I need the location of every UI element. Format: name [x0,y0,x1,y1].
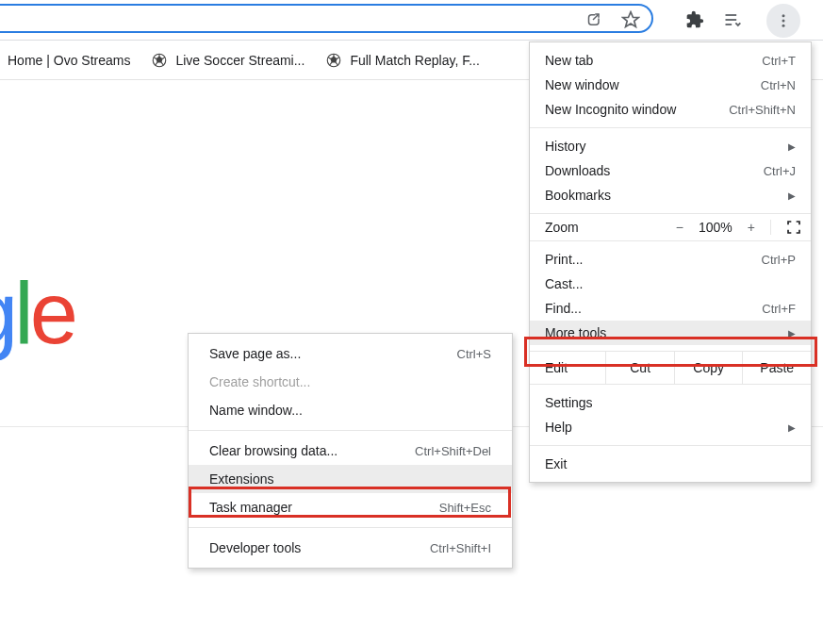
menu-more-tools[interactable]: More tools ▶ [530,321,811,345]
kebab-menu-button[interactable] [766,4,800,38]
bookmark-item[interactable]: Live Soccer Streami... [151,52,305,69]
cut-button[interactable]: Cut [605,352,674,384]
menu-bookmarks[interactable]: Bookmarks ▶ [530,183,811,207]
menu-label: Clear browsing data... [209,443,415,458]
menu-exit[interactable]: Exit [530,452,811,476]
menu-shortcut: Ctrl+Shift+I [430,541,491,555]
bookmark-item[interactable]: Full Match Replay, F... [325,52,479,69]
zoom-out-button[interactable]: − [676,220,683,235]
menu-shortcut: Ctrl+S [457,347,491,361]
menu-label: New tab [545,53,762,68]
menu-print[interactable]: Print... Ctrl+P [530,247,811,272]
menu-zoom-row: Zoom − 100% + [530,214,811,241]
bookmark-label: Live Soccer Streami... [175,53,305,68]
svg-marker-10 [331,57,337,62]
menu-cast[interactable]: Cast... [530,272,811,296]
menu-label: Exit [545,456,796,471]
chevron-right-icon: ▶ [788,141,796,152]
menu-shortcut: Ctrl+J [764,164,796,178]
bookmark-star-icon[interactable] [617,7,644,33]
submenu-save-page[interactable]: Save page as... Ctrl+S [189,339,512,368]
menu-shortcut: Shift+Esc [439,501,491,515]
chevron-right-icon: ▶ [788,328,796,339]
menu-label: Bookmarks [545,188,788,203]
menu-label: Print... [545,252,762,267]
menu-label: Create shortcut... [209,374,491,389]
reading-list-icon[interactable] [719,7,746,33]
soccer-icon [151,52,168,69]
paste-button[interactable]: Paste [742,352,811,384]
menu-label: Edit [530,352,605,384]
omnibox[interactable] [0,4,653,33]
menu-label: Developer tools [209,540,430,555]
menu-label: Downloads [545,163,764,178]
svg-point-4 [782,14,785,17]
svg-point-6 [782,25,785,27]
menu-label: More tools [545,325,788,340]
submenu-clear-browsing[interactable]: Clear browsing data... Ctrl+Shift+Del [189,437,512,465]
menu-shortcut: Ctrl+N [761,78,796,92]
more-tools-submenu: Save page as... Ctrl+S Create shortcut..… [188,333,513,569]
menu-label: Help [545,420,788,435]
submenu-name-window[interactable]: Name window... [189,396,512,424]
menu-shortcut: Ctrl+P [762,253,796,267]
chevron-right-icon: ▶ [788,422,796,433]
menu-shortcut: Ctrl+Shift+Del [415,444,491,458]
menu-label: Settings [545,395,796,410]
bookmark-label: Home | Ovo Streams [8,53,130,68]
menu-new-tab[interactable]: New tab Ctrl+T [530,48,811,73]
menu-label: Save page as... [209,346,457,361]
zoom-value: 100% [699,220,732,235]
google-logo-fragment: gle [0,264,74,363]
svg-point-5 [782,20,785,23]
submenu-task-manager[interactable]: Task manager Shift+Esc [189,493,512,521]
menu-label: Zoom [545,220,579,235]
menu-label: New Incognito window [545,102,729,117]
bookmark-item[interactable]: Home | Ovo Streams [8,53,130,68]
menu-shortcut: Ctrl+F [762,302,796,316]
menu-help[interactable]: Help ▶ [530,415,811,439]
zoom-in-button[interactable]: + [748,220,755,235]
soccer-icon [325,52,342,69]
menu-label: Name window... [209,403,491,418]
svg-marker-8 [156,57,162,62]
chevron-right-icon: ▶ [788,190,796,201]
menu-label: Cast... [545,276,796,291]
menu-history[interactable]: History ▶ [530,134,811,158]
bookmark-label: Full Match Replay, F... [350,53,479,68]
submenu-extensions[interactable]: Extensions [189,465,512,493]
copy-button[interactable]: Copy [674,352,743,384]
extensions-puzzle-icon[interactable] [682,7,708,33]
submenu-create-shortcut: Create shortcut... [189,368,512,396]
menu-label: Find... [545,301,762,316]
menu-settings[interactable]: Settings [530,390,811,415]
share-icon[interactable] [580,7,606,33]
menu-label: Task manager [209,500,439,515]
menu-label: History [545,139,788,154]
fullscreen-button[interactable] [770,220,801,235]
menu-shortcut: Ctrl+T [762,54,796,68]
menu-new-window[interactable]: New window Ctrl+N [530,73,811,97]
menu-label: New window [545,77,761,92]
menu-downloads[interactable]: Downloads Ctrl+J [530,158,811,183]
menu-label: Extensions [209,471,491,487]
chrome-main-menu: New tab Ctrl+T New window Ctrl+N New Inc… [529,41,812,483]
menu-edit-row: Edit Cut Copy Paste [530,352,811,385]
svg-marker-0 [623,12,639,27]
menu-find[interactable]: Find... Ctrl+F [530,296,811,321]
menu-shortcut: Ctrl+Shift+N [729,103,796,117]
menu-new-incognito[interactable]: New Incognito window Ctrl+Shift+N [530,97,811,122]
submenu-developer-tools[interactable]: Developer tools Ctrl+Shift+I [189,534,512,562]
